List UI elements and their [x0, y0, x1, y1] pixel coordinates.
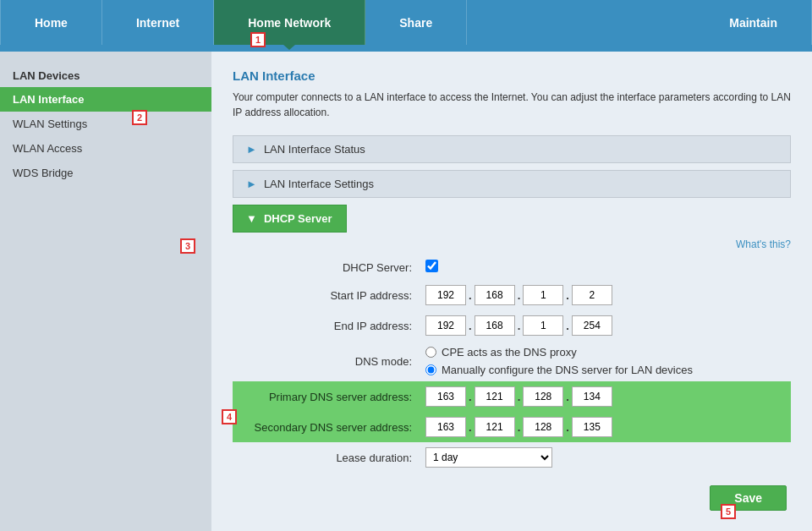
annotation-badge-1: 1 [250, 32, 266, 47]
sidebar-item-lan-interface[interactable]: LAN Interface [0, 87, 211, 112]
end-ip-group: . . . [425, 315, 784, 336]
dhcp-header[interactable]: ▼ DHCP Server [233, 205, 347, 233]
nav-internet[interactable]: Internet [102, 0, 214, 45]
nav-maintain[interactable]: Maintain [695, 0, 812, 45]
end-ip-d[interactable] [572, 315, 612, 336]
primary-dns-field: . . . [419, 381, 791, 412]
primary-dns-group: . . . [425, 386, 784, 407]
lan-status-label: LAN Interface Status [264, 143, 365, 156]
secondary-dns-d[interactable] [572, 417, 612, 437]
annotation-badge-5: 5 [721, 504, 736, 519]
lan-settings-label: LAN Interface Settings [264, 178, 374, 190]
start-ip-b[interactable] [475, 285, 515, 305]
lan-status-arrow-icon: ► [246, 143, 257, 156]
dhcp-server-field [419, 255, 791, 280]
start-ip-field: . . . [419, 280, 791, 310]
start-ip-d[interactable] [572, 285, 612, 305]
lease-duration-select[interactable]: 1 day 2 days 7 days 1 hour 12 hours [425, 447, 552, 468]
primary-dns-row: Primary DNS server address: . . . [233, 381, 791, 412]
sidebar-item-wds-bridge[interactable]: WDS Bridge [0, 161, 211, 185]
nav-home-network[interactable]: Home Network [214, 0, 365, 45]
dns-option-manual-label: Manually configure the DNS server for LA… [442, 364, 693, 376]
start-ip-label: Start IP address: [233, 280, 419, 310]
lease-duration-row: Lease duration: 1 day 2 days 7 days 1 ho… [233, 442, 791, 473]
start-ip-group: . . . [425, 285, 784, 305]
lan-status-header[interactable]: ► LAN Interface Status [233, 135, 791, 163]
nav-blue-bar [0, 45, 812, 52]
dns-radio-proxy[interactable] [425, 347, 436, 358]
dhcp-form-table: DHCP Server: Start IP address: . . [233, 255, 791, 473]
annotation-badge-3: 3 [180, 238, 195, 254]
dns-mode-field: CPE acts as the DNS proxy Manually confi… [419, 341, 791, 381]
dns-radio-manual[interactable] [425, 364, 436, 375]
whats-this-link[interactable]: What's this? [233, 234, 791, 255]
dhcp-label: DHCP Server [264, 212, 332, 225]
annotation-badge-2: 2 [132, 110, 147, 125]
lan-settings-arrow-icon: ► [246, 178, 257, 190]
end-ip-row: End IP address: . . . [233, 310, 791, 341]
secondary-dns-field: . . . [419, 412, 791, 442]
secondary-dns-group: . . . [425, 417, 784, 437]
secondary-dns-label: Secondary DNS server address: [233, 412, 419, 442]
save-area: Save [233, 485, 791, 511]
top-navigation: Home Internet Home Network Share Maintai… [0, 0, 812, 45]
start-ip-c[interactable] [523, 285, 563, 305]
end-ip-a[interactable] [425, 315, 466, 336]
primary-dns-b[interactable] [475, 386, 515, 407]
nav-share[interactable]: Share [365, 0, 467, 45]
dns-radio-group: CPE acts as the DNS proxy Manually confi… [425, 346, 784, 376]
secondary-dns-b[interactable] [475, 417, 515, 437]
dns-option-proxy[interactable]: CPE acts as the DNS proxy [425, 346, 784, 359]
dhcp-arrow-icon: ▼ [246, 212, 257, 225]
dns-option-manual[interactable]: Manually configure the DNS server for LA… [425, 364, 784, 376]
main-layout: LAN Devices LAN Interface WLAN Settings … [0, 52, 812, 531]
end-ip-c[interactable] [523, 315, 563, 336]
end-ip-b[interactable] [475, 315, 515, 336]
dns-mode-label: DNS mode: [233, 341, 419, 381]
sidebar: LAN Devices LAN Interface WLAN Settings … [0, 52, 211, 531]
primary-dns-c[interactable] [523, 386, 563, 407]
dhcp-section: ▼ DHCP Server What's this? DHCP Server: … [233, 205, 791, 473]
primary-dns-label: Primary DNS server address: [233, 381, 419, 412]
sidebar-item-wlan-access[interactable]: WLAN Access [0, 136, 211, 161]
secondary-dns-c[interactable] [523, 417, 563, 437]
end-ip-field: . . . [419, 310, 791, 341]
section-description: Your computer connects to a LAN interfac… [233, 90, 791, 120]
primary-dns-a[interactable] [425, 386, 466, 407]
lan-settings-header[interactable]: ► LAN Interface Settings [233, 170, 791, 198]
end-ip-label: End IP address: [233, 310, 419, 341]
dhcp-server-row: DHCP Server: [233, 255, 791, 280]
dns-option-proxy-label: CPE acts as the DNS proxy [442, 346, 577, 359]
dhcp-server-checkbox[interactable] [425, 260, 438, 272]
content-area: LAN Interface Your computer connects to … [211, 52, 812, 531]
nav-home[interactable]: Home [0, 0, 102, 45]
lease-duration-label: Lease duration: [233, 442, 419, 473]
lease-duration-field: 1 day 2 days 7 days 1 hour 12 hours [419, 442, 791, 473]
dhcp-server-field-label: DHCP Server: [233, 255, 419, 280]
secondary-dns-a[interactable] [425, 417, 466, 437]
sidebar-item-wlan-settings[interactable]: WLAN Settings [0, 112, 211, 136]
annotation-badge-4: 4 [222, 409, 237, 424]
sidebar-group-title: LAN Devices [0, 64, 211, 87]
start-ip-row: Start IP address: . . . [233, 280, 791, 310]
dns-mode-row: DNS mode: CPE acts as the DNS proxy Manu… [233, 341, 791, 381]
start-ip-a[interactable] [425, 285, 466, 305]
primary-dns-d[interactable] [572, 386, 612, 407]
secondary-dns-row: Secondary DNS server address: . . . [233, 412, 791, 442]
section-title: LAN Interface [233, 68, 791, 83]
